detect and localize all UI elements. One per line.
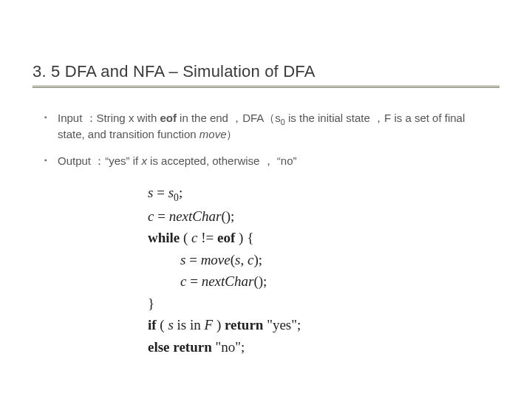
code-line-7: if ( s is in F ) return "yes";: [148, 314, 406, 335]
paren-open: (: [157, 317, 168, 332]
lit-no: "no";: [212, 339, 245, 355]
var-c: c: [191, 230, 197, 245]
paren-close: );: [253, 252, 262, 267]
var-s: s: [168, 317, 173, 332]
var-F: F: [205, 317, 214, 332]
paren-close: ) {: [235, 230, 253, 245]
slide: 3. 5 DFA and NFA – Simulation of DFA Inp…: [0, 0, 532, 399]
kw-if: if: [148, 317, 157, 332]
code-line-4: s = move(s, c);: [148, 249, 406, 270]
move-word: move: [200, 128, 227, 140]
text: Output ：“yes” if: [58, 154, 141, 167]
text: Input ：String x with: [58, 112, 160, 124]
paren-close: ): [213, 317, 225, 332]
code-line-2: c = nextChar();: [148, 205, 406, 227]
lit-yes: "yes";: [263, 317, 301, 332]
op-neq: !=: [198, 230, 218, 245]
op-eq: =: [186, 273, 201, 289]
code-line-5: c = nextChar();: [148, 270, 406, 292]
slide-title: 3. 5 DFA and NFA – Simulation of DFA: [33, 62, 499, 81]
code-line-6: }: [148, 293, 406, 314]
text-isin: is in: [174, 317, 205, 332]
semi: ;: [179, 185, 183, 200]
pseudocode-block: s = s0; c = nextChar(); while ( c != eof…: [140, 177, 414, 362]
code-line-1: s = s0;: [148, 182, 406, 205]
kw-return: return: [170, 339, 212, 355]
bullet-output: Output ：“yes” if x is accepted, otherwis…: [44, 154, 488, 168]
op-eq: =: [154, 208, 168, 224]
kw-while: while: [148, 230, 180, 245]
text: in the end ，DFA（s: [177, 112, 281, 124]
title-underline: [33, 86, 499, 88]
comma: ,: [240, 252, 248, 267]
x-var: x: [141, 154, 147, 167]
fn-nextchar: nextChar: [202, 273, 254, 289]
fn-move: move: [201, 252, 231, 267]
fn-nextchar: nextChar: [169, 208, 222, 224]
text: ）: [226, 128, 237, 140]
op-eq: =: [153, 185, 168, 200]
bullet-input: Input ：String x with eof in the end ，DFA…: [44, 111, 488, 142]
body-list: Input ：String x with eof in the end ，DFA…: [44, 111, 488, 180]
paren: ();: [221, 208, 234, 224]
kw-return: return: [225, 317, 263, 332]
sub-0: 0: [174, 192, 179, 203]
code-line-8: else return "no";: [148, 336, 406, 358]
paren-open: (: [180, 230, 191, 245]
brace-close: }: [148, 296, 154, 311]
eof-word: eof: [160, 112, 177, 124]
op-eq: =: [185, 252, 200, 267]
var-s0: s: [168, 185, 174, 200]
title-block: 3. 5 DFA and NFA – Simulation of DFA: [33, 62, 499, 88]
kw-eof: eof: [217, 230, 235, 245]
kw-else: else: [148, 339, 170, 355]
code-line-3: while ( c != eof ) {: [148, 227, 406, 248]
text: is accepted, otherwise ， “no”: [147, 154, 297, 167]
paren: ();: [253, 273, 267, 289]
